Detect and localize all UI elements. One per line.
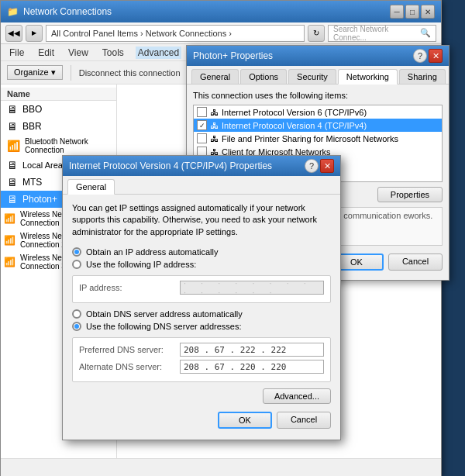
ip-address-label: IP address: [79, 283, 180, 292]
fileprint-checkbox[interactable] [197, 133, 207, 143]
ipv4-checkbox[interactable] [197, 120, 207, 130]
search-box[interactable]: Search Network Connec... 🔍 [328, 25, 436, 42]
photon-close-button[interactable]: ✕ [429, 49, 443, 63]
ip-address-group: IP address: · · · · · · · · · · · · · · [72, 275, 331, 303]
photon-tabs: General Options Security Networking Shar… [187, 66, 449, 85]
list-item-bbr[interactable]: 🖥 BBR [1, 118, 116, 135]
networking-item-fileprint[interactable]: 🖧 File and Printer Sharing for Microsoft… [194, 132, 442, 145]
close-button[interactable]: ✕ [421, 5, 435, 19]
back-button[interactable]: ◀◀ [5, 25, 22, 42]
networking-item-ipv4[interactable]: 🖧 Internet Protocol Version 4 (TCP/IPv4) [194, 119, 442, 132]
list-item-bluetooth[interactable]: 📶 Bluetooth Network Connection [1, 135, 116, 157]
tab-sharing[interactable]: Sharing [399, 69, 446, 84]
photon-cancel-button[interactable]: Cancel [388, 254, 443, 271]
networking-item-ipv6[interactable]: 🖧 Internet Protocol Version 6 (TCP/IPv6) [194, 105, 442, 119]
ip-use-following-radio[interactable] [72, 260, 81, 269]
address-bar: ◀◀ ▶ All Control Panel Items › Network C… [1, 22, 441, 44]
refresh-button[interactable]: ↻ [308, 25, 325, 42]
network-icon-ipv4: 🖧 [210, 121, 219, 130]
menu-advanced[interactable]: Advanced [136, 47, 181, 59]
list-item-bbo[interactable]: 🖥 BBO [1, 101, 116, 118]
ipv4-label: Internet Protocol Version 4 (TCP/IPv4) [222, 121, 367, 130]
advanced-row: Advanced... [72, 388, 331, 404]
wireless2-icon: 📶 [4, 235, 16, 246]
ip-obtain-auto-radio[interactable] [72, 247, 81, 257]
disconnect-button[interactable]: Disconnect this connection [79, 68, 181, 78]
ipv6-label: Internet Protocol Version 6 (TCP/IPv6) [222, 108, 367, 117]
advanced-button[interactable]: Advanced... [263, 388, 331, 404]
ipv6-checkbox[interactable] [197, 107, 207, 117]
organize-button[interactable]: Organize ▾ [7, 65, 63, 80]
preferred-dns-field[interactable]: 208 . 67 . 222 . 222 [180, 343, 324, 357]
tab-options[interactable]: Options [240, 69, 287, 84]
status-bar [1, 458, 441, 476]
name-column-header: Name [7, 89, 30, 98]
bluetooth-label: Bluetooth Network Connection [25, 137, 110, 154]
photon-dialog-title-bar: Photon+ Properties ? ✕ [187, 46, 449, 66]
toolbar-separator [71, 65, 71, 81]
photon-label: Photon+ [22, 194, 57, 205]
tab-security[interactable]: Security [288, 69, 336, 84]
menu-edit[interactable]: Edit [36, 47, 57, 59]
bbo-net-icon: 🖥 [7, 103, 18, 116]
preferred-dns-value: 208 . 67 . 222 . 222 [184, 345, 286, 355]
ipv4-tabs: General [63, 176, 340, 195]
dns-obtain-auto-radio[interactable] [72, 309, 81, 319]
ip-obtain-auto-group: Obtain an IP address automatically Use t… [72, 247, 331, 269]
title-bar-left: 📁 Network Connections [7, 6, 112, 17]
properties-button[interactable]: Properties [377, 187, 443, 202]
bbr-label: BBR [22, 121, 42, 132]
dns-use-following-row[interactable]: Use the following DNS server addresses: [72, 322, 331, 331]
ip-use-following-row[interactable]: Use the following IP address: [72, 260, 331, 269]
maximize-button[interactable]: □ [405, 5, 419, 19]
dns-obtain-auto-row[interactable]: Obtain DNS server address automatically [72, 309, 331, 319]
networking-description: This connection uses the following items… [193, 91, 443, 100]
dns-fields-group: Preferred DNS server: 208 . 67 . 222 . 2… [72, 337, 331, 382]
tab-networking[interactable]: Networking [338, 69, 398, 85]
alternate-dns-field[interactable]: 208 . 67 . 220 . 220 [180, 360, 324, 374]
ipv4-dialog-title-bar: Internet Protocol Version 4 (TCP/IPv4) P… [63, 156, 340, 176]
ip-obtain-auto-label: Obtain an IP address automatically [86, 247, 218, 257]
ipv4-help-button[interactable]: ? [305, 159, 319, 173]
ipv4-cancel-button[interactable]: Cancel [277, 412, 331, 429]
address-path-text: All Control Panel Items › Network Connec… [51, 29, 232, 38]
preferred-dns-label: Preferred DNS server: [79, 345, 180, 354]
network-icon-ipv6: 🖧 [210, 108, 219, 117]
ip-address-row: IP address: · · · · · · · · · · · · · · [79, 281, 324, 295]
local-area-icon: 🖥 [7, 159, 18, 171]
column-header: Name [1, 88, 116, 101]
organize-label: Organize ▾ [14, 67, 56, 78]
mts-label: MTS [22, 177, 42, 188]
ipv4-description: You can get IP settings assigned automat… [72, 202, 331, 238]
forward-button[interactable]: ▶ [26, 25, 43, 42]
address-path[interactable]: All Control Panel Items › Network Connec… [46, 25, 305, 42]
ipv4-close-button[interactable]: ✕ [320, 159, 334, 173]
menu-tools[interactable]: Tools [100, 47, 126, 59]
network-icon-fileprint: 🖧 [210, 134, 219, 143]
title-bar-buttons: ─ □ ✕ [390, 5, 435, 19]
main-window-title: Network Connections [23, 6, 112, 17]
fileprint-label: File and Printer Sharing for Microsoft N… [222, 134, 398, 143]
mts-icon: 🖥 [7, 176, 18, 188]
ipv4-tab-general[interactable]: General [67, 179, 115, 195]
menu-file[interactable]: File [7, 47, 26, 59]
main-title-bar: 📁 Network Connections ─ □ ✕ [1, 1, 441, 22]
ipv4-tab-content: You can get IP settings assigned automat… [63, 195, 340, 440]
ipv4-dialog: Internet Protocol Version 4 (TCP/IPv4) P… [62, 155, 341, 440]
dns-obtain-auto-label: Obtain DNS server address automatically [86, 309, 243, 319]
photon-dialog-title-text: Photon+ Properties [193, 50, 273, 61]
ip-obtain-auto-row[interactable]: Obtain an IP address automatically [72, 247, 331, 257]
ip-use-following-label: Use the following IP address: [86, 260, 196, 269]
search-icon[interactable]: 🔍 [420, 28, 431, 38]
ip-address-field[interactable]: · · · · · · · · · · · · · · [180, 281, 324, 295]
ipv4-ok-button[interactable]: OK [218, 412, 272, 429]
photon-icon: 🖥 [7, 193, 18, 205]
menu-view[interactable]: View [66, 47, 91, 59]
minimize-button[interactable]: ─ [390, 5, 404, 19]
ipv4-dialog-title-text: Internet Protocol Version 4 (TCP/IPv4) P… [69, 160, 272, 171]
alternate-dns-value: 208 . 67 . 220 . 220 [184, 362, 286, 372]
photon-help-button[interactable]: ? [413, 49, 427, 63]
tab-general[interactable]: General [191, 69, 239, 84]
dns-use-following-radio[interactable] [72, 322, 81, 331]
ip-address-dots: · · · · · · · · · · · · · · [184, 278, 320, 297]
